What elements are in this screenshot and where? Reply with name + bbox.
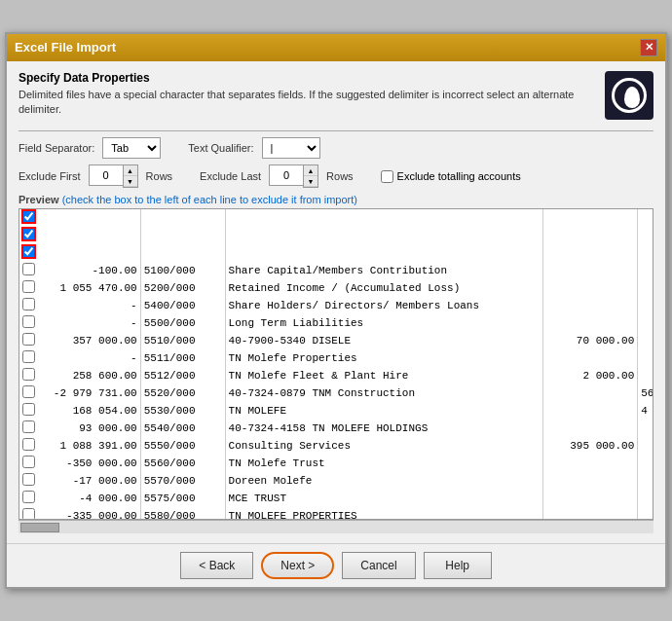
preview-scroll-area[interactable]: -100.005100/000Share Capital/Members Con…	[19, 209, 653, 519]
exclude-totalling-checkbox-label[interactable]: Exclude totalling accounts	[381, 170, 521, 183]
exclude-first-spinners: ▲ ▼	[123, 164, 138, 188]
title-bar-buttons: ✕	[640, 39, 657, 56]
exclude-first-spinner: ▲ ▼	[89, 164, 138, 188]
table-row: -2 979 731.005520/00040-7324-0879 TNM Co…	[19, 384, 653, 402]
row-checkbox-4[interactable]	[22, 280, 35, 293]
exclude-last-input[interactable]	[269, 164, 303, 186]
logo-icon	[612, 78, 647, 113]
rows-label2: Rows	[326, 170, 354, 182]
content-area: Specify Data Properties Delimited files …	[7, 61, 665, 544]
header-area: Specify Data Properties Delimited files …	[19, 71, 653, 126]
title-bar: Excel File Import ✕	[7, 34, 665, 61]
row-checkbox-13[interactable]	[22, 438, 35, 451]
table-row: -5400/000Share Holders/ Directors/ Membe…	[19, 297, 653, 314]
table-row: 258 600.005512/000TN Molefe Fleet & Plan…	[19, 367, 653, 384]
exclude-last-down[interactable]: ▼	[304, 176, 317, 187]
row-checkbox-10[interactable]	[22, 385, 35, 398]
table-row: -350 000.005560/000TN Molefe Trust	[19, 455, 653, 472]
close-button[interactable]: ✕	[640, 39, 657, 56]
exclude-last-spinners: ▲ ▼	[303, 164, 318, 188]
table-row	[19, 209, 653, 227]
table-row: 357 000.005510/00040-7900-5340 DISELE70 …	[19, 332, 653, 349]
exclude-last-up[interactable]: ▲	[304, 165, 317, 176]
table-row: -5511/000TN Molefe Properties	[19, 349, 653, 367]
section-desc: Delimited files have a special character…	[19, 88, 653, 118]
rows-label1: Rows	[146, 170, 173, 182]
table-row: 168 054.005530/000TN MOLEFE4	[19, 402, 653, 420]
exclude-first-down[interactable]: ▼	[124, 176, 137, 187]
cancel-button[interactable]: Cancel	[342, 552, 415, 579]
row-checkbox-1[interactable]	[22, 228, 35, 240]
row-checkbox-17[interactable]	[22, 508, 35, 519]
field-separator-select[interactable]: Tab	[102, 137, 161, 159]
row-checkbox-9[interactable]	[22, 368, 35, 381]
preview-box: -100.005100/000Share Capital/Members Con…	[19, 208, 653, 520]
row-checkbox-14[interactable]	[22, 456, 35, 468]
back-button[interactable]: < Back	[180, 552, 253, 579]
row-checkbox-15[interactable]	[22, 473, 35, 486]
divider1	[19, 130, 653, 131]
row-checkbox-2[interactable]	[22, 245, 35, 258]
field-separator-label: Field Separator:	[19, 142, 94, 154]
preview-label: Preview (check the box to the left of ea…	[19, 194, 653, 205]
row-checkbox-6[interactable]	[22, 315, 35, 328]
exclude-totalling-checkbox[interactable]	[381, 170, 393, 183]
exclude-last-spinner: ▲ ▼	[269, 164, 318, 188]
help-button[interactable]: Help	[424, 552, 492, 579]
preview-table: -100.005100/000Share Capital/Members Con…	[19, 209, 653, 519]
section-title: Specify Data Properties	[19, 71, 653, 85]
exclude-first-input[interactable]	[89, 164, 123, 186]
form-row-2: Exclude First ▲ ▼ Rows Exclude Last ▲ ▼ …	[19, 164, 653, 188]
exclude-first-label: Exclude First	[19, 170, 81, 182]
window-title: Excel File Import	[15, 40, 116, 55]
preview-section: Preview (check the box to the left of ea…	[19, 194, 653, 533]
row-checkbox-12[interactable]	[22, 420, 35, 433]
preview-label-prefix: Preview	[19, 194, 59, 205]
text-qualifier-label: Text Qualifier:	[188, 142, 253, 154]
table-row	[19, 227, 653, 244]
form-row-1: Field Separator: Tab Text Qualifier: |	[19, 137, 653, 159]
exclude-first-up[interactable]: ▲	[124, 165, 137, 176]
table-row: -17 000.005570/000Doreen Molefe	[19, 472, 653, 490]
table-row: 93 000.005540/00040-7324-4158 TN MOLEFE …	[19, 420, 653, 437]
logo-box	[605, 71, 653, 120]
preview-label-desc: (check the box to the left of each line …	[62, 194, 357, 205]
row-checkbox-0[interactable]	[22, 210, 35, 223]
exclude-last-label: Exclude Last	[200, 170, 261, 182]
table-row: 1 055 470.005200/000Retained Income / (A…	[19, 279, 653, 297]
table-row: 1 088 391.005550/000Consulting Services3…	[19, 437, 653, 455]
row-checkbox-16[interactable]	[22, 491, 35, 503]
main-window: Excel File Import ✕ Specify Data Propert…	[5, 32, 667, 590]
footer: < Back Next > Cancel Help	[7, 543, 665, 587]
next-button[interactable]: Next >	[261, 552, 334, 579]
table-row: -4 000.005575/000MCE TRUST	[19, 490, 653, 507]
row-checkbox-3[interactable]	[22, 263, 35, 275]
hscrollbar[interactable]	[19, 520, 653, 533]
row-checkbox-7[interactable]	[22, 333, 35, 346]
text-qualifier-select[interactable]: |	[262, 137, 320, 159]
table-row: -5500/000Long Term Liabilities	[19, 314, 653, 332]
row-checkbox-8[interactable]	[22, 350, 35, 363]
table-row: -100.005100/000Share Capital/Members Con…	[19, 262, 653, 279]
row-checkbox-5[interactable]	[22, 298, 35, 310]
row-checkbox-11[interactable]	[22, 403, 35, 416]
table-row: -335 000.005580/000TN MOLEFE PROPERTIES	[19, 507, 653, 519]
table-row	[19, 244, 653, 262]
hscroll-thumb[interactable]	[20, 523, 59, 532]
exclude-totalling-label: Exclude totalling accounts	[397, 170, 521, 182]
